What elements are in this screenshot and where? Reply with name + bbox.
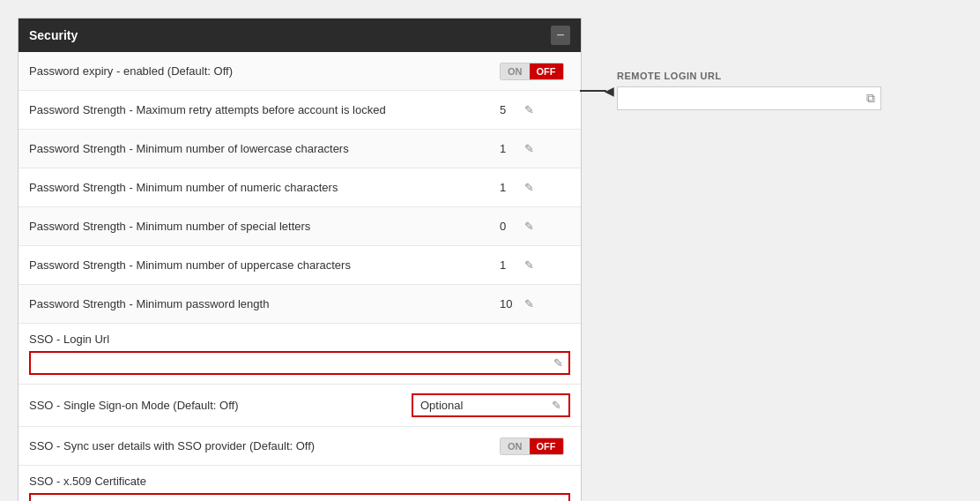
min-numeric-label: Password Strength - Minimum number of nu… xyxy=(29,181,500,194)
toggle-off-btn[interactable]: OFF xyxy=(530,64,563,79)
sso-sync-toggle-on[interactable]: ON xyxy=(501,438,530,454)
sso-sync-label: SSO - Sync user details with SSO provide… xyxy=(29,439,500,452)
min-lowercase-row: Password Strength - Minimum number of lo… xyxy=(19,130,581,168)
sso-sync-toggle[interactable]: ON OFF xyxy=(500,437,564,455)
min-numeric-number: 1 xyxy=(500,181,517,194)
sso-login-url-label: SSO - Login Url xyxy=(29,333,570,346)
password-expiry-toggle[interactable]: ON OFF xyxy=(500,63,564,80)
min-special-value: 0 ✎ xyxy=(500,220,570,233)
min-lowercase-number: 1 xyxy=(500,142,517,155)
security-panel: Security − Password expiry - enabled (De… xyxy=(18,18,582,501)
sso-mode-value-wrapper: Optional ✎ xyxy=(412,393,570,417)
password-expiry-value: ON OFF xyxy=(500,63,570,80)
sso-login-url-wrapper: ✎ xyxy=(29,351,570,375)
sso-sync-value: ON OFF xyxy=(500,437,570,455)
min-uppercase-edit-icon[interactable]: ✎ xyxy=(524,258,534,272)
min-numeric-row: Password Strength - Minimum number of nu… xyxy=(19,168,581,207)
sso-cert-label: SSO - x.509 Certificate xyxy=(29,475,570,488)
min-special-label: Password Strength - Minimum number of sp… xyxy=(29,220,500,233)
sso-sync-row: SSO - Sync user details with SSO provide… xyxy=(19,427,581,466)
toggle-on-btn[interactable]: ON xyxy=(501,64,530,79)
sso-mode-row: SSO - Single Sign-on Mode (Default: Off)… xyxy=(19,385,581,427)
remote-login-input-wrapper: ⧉ xyxy=(617,86,881,110)
sso-cert-row: SSO - x.509 Certificate ✎ xyxy=(19,466,581,501)
collapse-button[interactable]: − xyxy=(551,26,570,45)
sso-sync-toggle-off[interactable]: OFF xyxy=(530,438,563,454)
arrow-line xyxy=(580,90,606,92)
min-numeric-value: 1 ✎ xyxy=(500,181,570,194)
max-retry-number: 5 xyxy=(500,103,517,116)
min-numeric-edit-icon[interactable]: ✎ xyxy=(524,181,534,194)
min-password-length-row: Password Strength - Minimum password len… xyxy=(19,285,581,324)
sso-cert-wrapper: ✎ xyxy=(29,493,570,501)
sso-login-url-input[interactable] xyxy=(36,356,548,370)
min-uppercase-value: 1 ✎ xyxy=(500,258,570,272)
sso-login-url-edit-icon[interactable]: ✎ xyxy=(553,356,563,370)
min-special-edit-icon[interactable]: ✎ xyxy=(524,220,534,233)
min-lowercase-edit-icon[interactable]: ✎ xyxy=(524,142,534,155)
sso-mode-label: SSO - Single Sign-on Mode (Default: Off) xyxy=(29,399,412,412)
min-uppercase-number: 1 xyxy=(500,258,517,272)
sso-mode-text: Optional xyxy=(420,399,546,412)
remote-login-label: REMOTE LOGIN URL xyxy=(617,71,881,81)
min-password-length-number: 10 xyxy=(500,297,517,310)
password-expiry-label: Password expiry - enabled (Default: Off) xyxy=(29,64,500,78)
arrow-head: ◀ xyxy=(605,84,614,98)
remote-login-section: ◀ REMOTE LOGIN URL ⧉ xyxy=(617,71,881,110)
max-retry-label: Password Strength - Maximum retry attemp… xyxy=(29,103,500,116)
arrow-indicator: ◀ xyxy=(580,84,614,98)
min-password-length-edit-icon[interactable]: ✎ xyxy=(524,297,534,310)
min-password-length-label: Password Strength - Minimum password len… xyxy=(29,297,500,310)
panel-title: Security xyxy=(29,28,78,42)
min-lowercase-value: 1 ✎ xyxy=(500,142,570,155)
remote-login-input[interactable] xyxy=(623,92,861,105)
min-special-number: 0 xyxy=(500,220,517,233)
max-retry-edit-icon[interactable]: ✎ xyxy=(524,103,534,116)
min-password-length-value: 10 ✎ xyxy=(500,297,570,310)
min-lowercase-label: Password Strength - Minimum number of lo… xyxy=(29,142,500,155)
min-uppercase-label: Password Strength - Minimum number of up… xyxy=(29,258,500,272)
max-retry-value: 5 ✎ xyxy=(500,103,570,116)
min-uppercase-row: Password Strength - Minimum number of up… xyxy=(19,246,581,285)
page-wrapper: Security − Password expiry - enabled (De… xyxy=(18,18,962,501)
max-retry-row: Password Strength - Maximum retry attemp… xyxy=(19,91,581,130)
panel-header: Security − xyxy=(19,19,581,52)
sso-mode-edit-icon[interactable]: ✎ xyxy=(552,399,561,412)
copy-icon[interactable]: ⧉ xyxy=(866,91,875,106)
min-special-row: Password Strength - Minimum number of sp… xyxy=(19,207,581,246)
sso-login-url-row: SSO - Login Url ✎ xyxy=(19,324,581,385)
password-expiry-row: Password expiry - enabled (Default: Off)… xyxy=(19,52,581,91)
